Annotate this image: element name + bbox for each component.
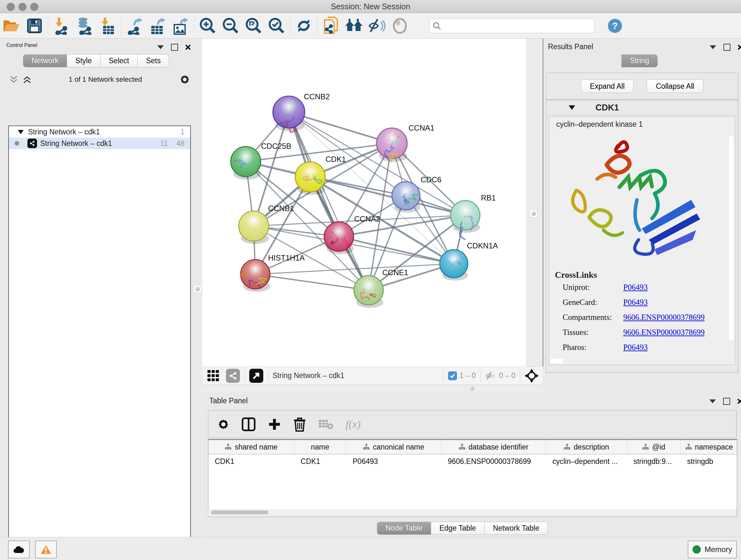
- selected-checkbox-icon[interactable]: [448, 371, 457, 380]
- close-window-button[interactable]: [7, 3, 15, 11]
- network-node-RB1[interactable]: [451, 200, 480, 240]
- right-splitter[interactable]: [526, 39, 543, 367]
- column-header-name[interactable]: name: [294, 440, 346, 454]
- collapse-entry-icon[interactable]: [569, 105, 575, 110]
- help-icon[interactable]: ?: [608, 19, 622, 33]
- crosslink-value-link[interactable]: 9606.ENSP00000378699: [623, 313, 704, 322]
- crosslink-value-link[interactable]: P06493: [623, 283, 648, 292]
- expand-all-icon[interactable]: [23, 76, 31, 83]
- fit-content-crosshair-icon[interactable]: [525, 369, 539, 383]
- float-panel-icon[interactable]: [157, 45, 164, 50]
- tab-select[interactable]: Select: [100, 54, 138, 67]
- minimize-window-button[interactable]: [18, 3, 26, 11]
- close-panel-icon[interactable]: [737, 398, 741, 404]
- import-network-file-icon[interactable]: [50, 16, 73, 36]
- tab-network[interactable]: Network: [23, 54, 67, 67]
- apply-layout-icon[interactable]: [292, 16, 315, 36]
- right-splitter-handle[interactable]: [530, 210, 537, 217]
- network-node-CCNA2[interactable]: [324, 222, 354, 254]
- tab-sets[interactable]: Sets: [138, 54, 169, 67]
- column-header-namespace[interactable]: namespace: [681, 440, 738, 454]
- hidden-eye-icon[interactable]: [485, 371, 496, 381]
- network-options-gear-icon[interactable]: [179, 74, 190, 85]
- network-node-CCNB2[interactable]: [273, 96, 305, 132]
- tab-network-table[interactable]: Network Table: [485, 522, 548, 535]
- zoom-in-icon[interactable]: [196, 16, 219, 36]
- export-table-icon[interactable]: [146, 16, 169, 36]
- network-node-HIST1H1A[interactable]: [240, 260, 270, 292]
- import-network-database-icon[interactable]: [73, 16, 96, 36]
- warnings-button[interactable]: [35, 541, 57, 558]
- collapse-all-button[interactable]: Collapse All: [647, 79, 703, 93]
- left-splitter-handle[interactable]: [194, 285, 201, 293]
- network-node-CDK1[interactable]: [295, 162, 325, 195]
- column-header--id[interactable]: @id: [627, 440, 681, 454]
- crosslink-value-link[interactable]: P06493: [623, 298, 648, 307]
- gene-header-row[interactable]: CDK1: [546, 100, 738, 115]
- export-image-icon[interactable]: [169, 16, 192, 36]
- table-splitter-handle[interactable]: [467, 385, 477, 391]
- string-home-icon[interactable]: [342, 16, 365, 36]
- table-cell[interactable]: 9606.ENSP00000378699: [441, 454, 546, 469]
- tab-string-results[interactable]: String: [621, 54, 658, 67]
- tree-expand-icon[interactable]: [18, 130, 23, 134]
- table-options-gear-icon[interactable]: [217, 418, 229, 430]
- table-cell[interactable]: CDK1: [208, 454, 294, 469]
- table-cell[interactable]: stringdb: [681, 454, 738, 469]
- crosslink-value-link[interactable]: P06493: [623, 343, 648, 352]
- zoom-selected-icon[interactable]: [265, 16, 288, 36]
- open-session-icon[interactable]: [0, 16, 23, 36]
- import-table-icon[interactable]: [96, 16, 119, 36]
- column-header-description[interactable]: description: [546, 440, 627, 454]
- birdseye-grid-icon[interactable]: [207, 369, 219, 382]
- network-row-selected[interactable]: String Network – cdk1 11 48: [9, 138, 190, 149]
- hide-selected-icon[interactable]: [365, 16, 388, 36]
- float-panel-icon[interactable]: [710, 45, 717, 50]
- zoom-out-icon[interactable]: [219, 16, 242, 36]
- maximize-panel-icon[interactable]: [724, 44, 731, 51]
- table-cell[interactable]: P06493: [346, 454, 441, 469]
- search-field[interactable]: [429, 18, 595, 33]
- tab-node-table[interactable]: Node Table: [377, 522, 431, 535]
- memory-button[interactable]: Memory: [688, 541, 737, 558]
- network-collection-row[interactable]: String Network – cdk1 1: [9, 126, 190, 138]
- maximize-panel-icon[interactable]: [171, 44, 178, 51]
- crosslink-value-link[interactable]: 9606.ENSP00000378699: [623, 328, 704, 337]
- network-node-CCNB1[interactable]: [239, 211, 269, 244]
- cloud-button[interactable]: [8, 541, 30, 558]
- export-network-icon[interactable]: [123, 16, 146, 36]
- search-input[interactable]: [441, 21, 580, 30]
- column-header-shared-name[interactable]: shared name: [208, 440, 294, 454]
- add-column-icon[interactable]: [268, 418, 281, 431]
- network-node-CDKN1A[interactable]: [440, 250, 468, 281]
- table-cell[interactable]: CDK1: [294, 454, 346, 469]
- table-horizontal-scrollbar[interactable]: [208, 509, 737, 516]
- share-document-icon[interactable]: [320, 16, 342, 36]
- zoom-window-button[interactable]: [30, 3, 38, 11]
- delete-column-icon[interactable]: [293, 417, 306, 432]
- results-vertical-scrollbar[interactable]: [729, 136, 734, 340]
- column-header-canonical-name[interactable]: canonical name: [346, 440, 441, 454]
- scrollbar-thumb[interactable]: [211, 510, 268, 514]
- table-row[interactable]: CDK1CDK1P064939606.ENSP00000378699cyclin…: [208, 454, 737, 469]
- network-node-CDC25B[interactable]: [231, 146, 261, 179]
- expand-all-button[interactable]: Expand All: [581, 79, 634, 93]
- network-node-CDC6[interactable]: [392, 182, 420, 212]
- table-cell[interactable]: cyclin–dependent ...: [546, 454, 627, 469]
- float-panel-icon[interactable]: [709, 399, 716, 403]
- collapse-all-icon[interactable]: [10, 76, 18, 83]
- tab-style[interactable]: Style: [67, 54, 100, 67]
- show-eye-icon[interactable]: [388, 16, 411, 36]
- close-panel-icon[interactable]: [185, 44, 191, 50]
- save-session-icon[interactable]: [23, 16, 46, 36]
- maximize-panel-icon[interactable]: [723, 398, 730, 405]
- network-node-CCNA1[interactable]: [377, 128, 407, 162]
- network-node-CCNE1[interactable]: [354, 275, 383, 308]
- column-header-database-identifier[interactable]: database identifier: [441, 440, 546, 454]
- tab-edge-table[interactable]: Edge Table: [431, 522, 485, 535]
- results-horizontal-scrollbar[interactable]: [550, 359, 563, 363]
- table-cell[interactable]: stringdb:9...: [627, 454, 681, 469]
- open-in-window-icon[interactable]: [249, 369, 263, 383]
- show-columns-icon[interactable]: [242, 417, 256, 431]
- zoom-fit-icon[interactable]: [242, 16, 265, 36]
